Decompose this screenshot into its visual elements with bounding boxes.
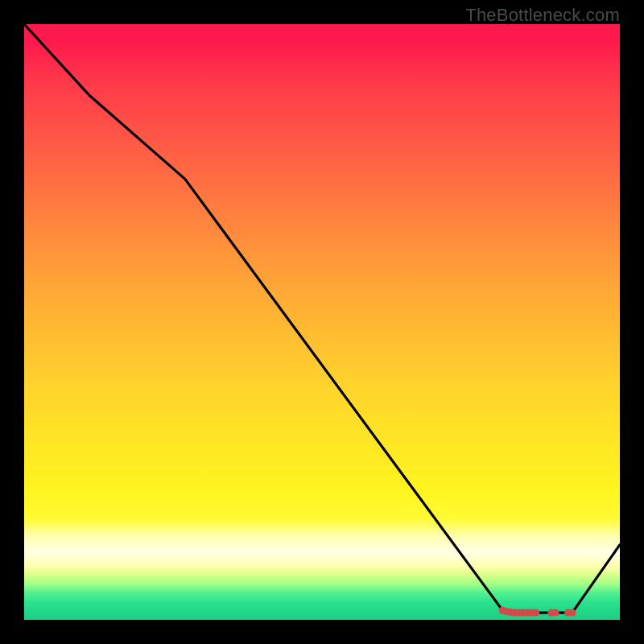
data-point	[532, 609, 539, 617]
attribution-text: TheBottleneck.com	[465, 5, 620, 26]
line-layer	[24, 24, 620, 613]
data-point	[551, 609, 559, 617]
data-point	[568, 609, 576, 617]
bottleneck-curve	[24, 24, 620, 613]
chart-stage: TheBottleneck.com	[0, 0, 644, 644]
plot-svg	[24, 24, 620, 620]
plot-area	[24, 24, 620, 620]
